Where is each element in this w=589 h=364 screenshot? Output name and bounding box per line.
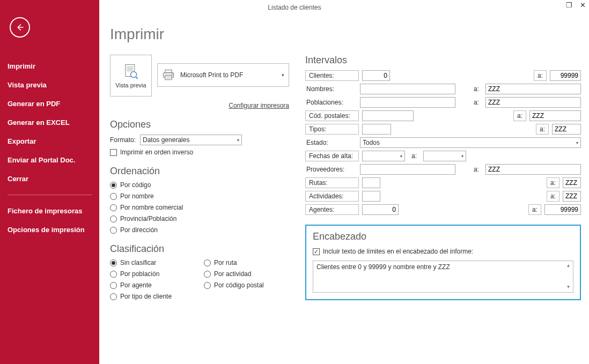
fechas-to-dropdown[interactable]: ▾ xyxy=(423,151,466,161)
close-icon[interactable]: ✕ xyxy=(580,1,586,9)
cpostales-button[interactable]: Cód. postales: xyxy=(305,110,359,121)
radio-label: Por nombre xyxy=(120,192,154,200)
nav-generar-pdf[interactable]: Generar en PDF xyxy=(0,94,99,113)
poblaciones-from-input[interactable] xyxy=(360,97,455,108)
formato-dropdown[interactable]: Datos generales ▾ xyxy=(140,135,242,145)
agentes-button[interactable]: Agentes: xyxy=(305,204,359,215)
actividades-from-input[interactable] xyxy=(362,191,380,202)
radio-por-nombre-comercial[interactable]: Por nombre comercial xyxy=(110,204,289,211)
nav-exportar[interactable]: Exportar xyxy=(0,132,99,151)
ordenacion-title: Ordenación xyxy=(110,166,289,177)
a-button[interactable]: a: xyxy=(528,204,541,215)
interval-fechas: Fechas de alta: ▾ a: ▾ xyxy=(305,151,581,161)
radio-por-ruta[interactable]: Por ruta xyxy=(204,259,264,266)
nombres-from-input[interactable] xyxy=(360,84,455,94)
orden-inverso-checkbox[interactable]: Imprimir en orden inverso xyxy=(110,148,289,156)
rutas-from-input[interactable] xyxy=(362,177,380,188)
estado-label: Estado: xyxy=(305,137,360,148)
clientes-button[interactable]: Clientes: xyxy=(305,70,359,81)
radio-por-agente[interactable]: Por agente xyxy=(110,281,172,289)
nav-cerrar[interactable]: Cerrar xyxy=(0,169,99,188)
nav-fichero-impresoras[interactable]: Fichero de impresoras xyxy=(0,202,99,220)
proveedores-to-input[interactable] xyxy=(485,164,581,175)
radio-por-direccion[interactable]: Por dirección xyxy=(110,226,289,234)
estado-dropdown[interactable]: Todos ▾ xyxy=(360,137,581,148)
svg-point-5 xyxy=(131,72,137,78)
interval-rutas: Rutas: a: xyxy=(305,177,581,188)
radio-label: Por ruta xyxy=(214,259,237,266)
nav-enviar-portal[interactable]: Enviar al Portal Doc. xyxy=(0,151,99,169)
encabezado-textarea[interactable]: Clientes entre 0 y 99999 y nombre entre … xyxy=(313,261,573,293)
radio-label: Por dirección xyxy=(120,226,158,234)
nav-opciones-impresion[interactable]: Opciones de impresión xyxy=(0,220,99,239)
agentes-from-input[interactable] xyxy=(362,204,399,215)
configurar-impresora-link[interactable]: Configurar impresora xyxy=(110,102,289,109)
a-button[interactable]: a: xyxy=(534,70,547,81)
radio-label: Por código xyxy=(120,181,151,189)
vista-previa-label: Vista previa xyxy=(115,82,146,88)
fechas-button[interactable]: Fechas de alta: xyxy=(305,151,359,161)
radio-icon xyxy=(110,282,117,289)
radio-por-actividad[interactable]: Por actividad xyxy=(204,270,264,278)
checkbox-checked-icon: ✓ xyxy=(313,248,320,255)
restore-icon[interactable]: ❐ xyxy=(566,1,572,9)
nav-generar-excel[interactable]: Generar en EXCEL xyxy=(0,113,99,132)
fechas-from-dropdown[interactable]: ▾ xyxy=(362,151,405,161)
svg-rect-10 xyxy=(165,76,172,80)
radio-por-tipo-cliente[interactable]: Por tipo de cliente xyxy=(110,293,172,300)
interval-estado: Estado: Todos ▾ xyxy=(305,137,581,148)
chevron-down-icon: ▾ xyxy=(282,72,284,78)
intervalos-title: Intervalos xyxy=(305,55,581,66)
sidebar-separator xyxy=(8,195,92,195)
radio-icon xyxy=(110,293,117,300)
encabezado-text: Clientes entre 0 y 99999 y nombre entre … xyxy=(316,263,450,271)
nav-vista-previa[interactable]: Vista previa xyxy=(0,76,99,94)
radio-icon xyxy=(110,193,117,200)
formato-label: Formato: xyxy=(110,136,136,144)
nav-imprimir[interactable]: Imprimir xyxy=(0,57,99,76)
radio-sin-clasificar[interactable]: Sin clasificar xyxy=(110,259,172,266)
a-button[interactable]: a: xyxy=(536,124,549,135)
a-button[interactable]: a: xyxy=(547,191,559,202)
chevron-down-icon: ▾ xyxy=(237,138,239,143)
cpostales-from-input[interactable] xyxy=(362,110,414,121)
a-button[interactable]: a: xyxy=(513,110,526,121)
encabezado-panel: Encabezado ✓ Incluir texto de límites en… xyxy=(305,225,581,300)
radio-provincia-poblacion[interactable]: Provincia/Población xyxy=(110,215,289,222)
radio-por-nombre[interactable]: Por nombre xyxy=(110,192,289,200)
a-label: a: xyxy=(470,164,482,175)
window-title: Listado de clientes xyxy=(268,4,321,11)
incluir-limites-checkbox[interactable]: ✓ Incluir texto de límites en el encabez… xyxy=(313,248,573,255)
scroll-up-icon[interactable]: ▴ xyxy=(564,262,572,270)
rutas-button[interactable]: Rutas: xyxy=(305,177,359,188)
printer-select[interactable]: Microsoft Print to PDF ▾ xyxy=(157,63,289,87)
nombres-to-input[interactable] xyxy=(485,84,581,94)
radio-icon xyxy=(110,259,117,266)
radio-icon xyxy=(204,282,211,289)
clientes-to-input[interactable] xyxy=(550,70,581,81)
incluir-limites-label: Incluir texto de límites en el encabezad… xyxy=(323,248,473,255)
agentes-to-input[interactable] xyxy=(544,204,581,215)
proveedores-from-input[interactable] xyxy=(360,164,455,175)
a-button[interactable]: a: xyxy=(547,177,559,188)
tipos-button[interactable]: Tipos: xyxy=(305,124,359,135)
window-controls: ❐ ✕ xyxy=(566,1,586,9)
radio-por-codigo[interactable]: Por código xyxy=(110,181,289,189)
scroll-down-icon[interactable]: ▾ xyxy=(564,284,572,291)
interval-tipos: Tipos: a: xyxy=(305,124,581,135)
cpostales-to-input[interactable] xyxy=(529,110,581,121)
back-button[interactable] xyxy=(10,17,30,38)
radio-por-codigo-postal[interactable]: Por código postal xyxy=(204,281,264,289)
radio-icon xyxy=(110,271,117,278)
actividades-button[interactable]: Actividades: xyxy=(305,191,359,202)
poblaciones-to-input[interactable] xyxy=(485,97,581,108)
radio-por-poblacion[interactable]: Por población xyxy=(110,270,172,278)
tipos-from-input[interactable] xyxy=(362,124,391,135)
actividades-to-input[interactable] xyxy=(563,191,581,202)
rutas-to-input[interactable] xyxy=(563,177,581,188)
tipos-to-input[interactable] xyxy=(552,124,581,135)
vista-previa-button[interactable]: Vista previa xyxy=(110,55,152,96)
interval-clientes: Clientes: a: xyxy=(305,70,581,81)
clientes-from-input[interactable] xyxy=(362,70,390,81)
printer-name-label: Microsoft Print to PDF xyxy=(180,71,243,79)
